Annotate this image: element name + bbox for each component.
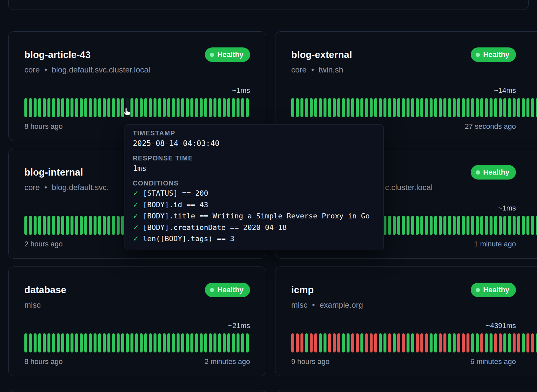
uptime-bar-segment[interactable] <box>24 98 27 117</box>
uptime-bar-segment[interactable] <box>190 333 193 352</box>
uptime-bar-segment[interactable] <box>365 333 368 352</box>
uptime-bar-segment[interactable] <box>98 216 101 235</box>
uptime-bar-segment[interactable] <box>227 98 230 117</box>
uptime-bar-segment[interactable] <box>393 216 396 235</box>
uptime-bar-segment[interactable] <box>480 216 483 235</box>
uptime-bar-segment[interactable] <box>471 98 474 117</box>
uptime-bar-segment[interactable] <box>342 333 345 352</box>
uptime-bar-segment[interactable] <box>370 98 373 117</box>
uptime-bar-segment[interactable] <box>402 216 405 235</box>
uptime-bar-segment[interactable] <box>411 333 414 352</box>
uptime-bar-segment[interactable] <box>112 333 115 352</box>
uptime-bar-segment[interactable] <box>383 98 386 117</box>
uptime-bar-segment[interactable] <box>388 333 391 352</box>
uptime-bar-segment[interactable] <box>466 333 469 352</box>
uptime-bar-segment[interactable] <box>34 98 37 117</box>
uptime-bar-segment[interactable] <box>305 98 308 117</box>
uptime-bar-segment[interactable] <box>24 216 27 235</box>
uptime-bar-segment[interactable] <box>324 98 326 117</box>
uptime-bar-segment[interactable] <box>241 98 244 117</box>
uptime-bar-segment[interactable] <box>347 98 350 117</box>
uptime-bar-segment[interactable] <box>61 333 64 352</box>
uptime-bar-segment[interactable] <box>457 98 460 117</box>
uptime-bar-segment[interactable] <box>29 333 32 352</box>
uptime-bar-segment[interactable] <box>314 333 317 352</box>
uptime-bar-segment[interactable] <box>430 98 433 117</box>
uptime-bar-segment[interactable] <box>430 333 433 352</box>
uptime-bar-segment[interactable] <box>89 98 92 117</box>
uptime-bar-segment[interactable] <box>503 333 506 352</box>
uptime-bar-segment[interactable] <box>24 333 27 352</box>
uptime-bar-segment[interactable] <box>420 333 423 352</box>
uptime-bar-segment[interactable] <box>121 98 124 117</box>
uptime-bar-segment[interactable] <box>443 216 446 235</box>
uptime-bar-segment[interactable] <box>517 333 520 352</box>
uptime-bar-segment[interactable] <box>342 98 345 117</box>
uptime-bar-segment[interactable] <box>158 333 161 352</box>
uptime-bar-segment[interactable] <box>218 333 221 352</box>
uptime-bar-segment[interactable] <box>154 333 156 352</box>
uptime-bar-segment[interactable] <box>167 98 170 117</box>
uptime-bar-segment[interactable] <box>52 98 55 117</box>
uptime-bar-segment[interactable] <box>213 98 216 117</box>
uptime-bar-segment[interactable] <box>319 333 322 352</box>
uptime-bar-segment[interactable] <box>337 98 340 117</box>
uptime-bar-segment[interactable] <box>476 216 479 235</box>
uptime-bar-segment[interactable] <box>416 333 419 352</box>
uptime-bar-segment[interactable] <box>466 216 469 235</box>
uptime-bar-segment[interactable] <box>237 333 240 352</box>
uptime-bar-segment[interactable] <box>177 333 180 352</box>
uptime-bar-segment[interactable] <box>471 216 474 235</box>
uptime-bar-segment[interactable] <box>186 98 189 117</box>
uptime-bar-segment[interactable] <box>328 333 331 352</box>
uptime-bar-segment[interactable] <box>144 98 147 117</box>
uptime-bar-segment[interactable] <box>71 333 73 352</box>
uptime-bar-segment[interactable] <box>388 216 391 235</box>
uptime-bar-segment[interactable] <box>457 216 460 235</box>
uptime-bar-segment[interactable] <box>536 98 537 117</box>
uptime-bar-segment[interactable] <box>43 333 46 352</box>
uptime-bar-segment[interactable] <box>66 98 69 117</box>
uptime-bar-segment[interactable] <box>296 333 299 352</box>
uptime-bar-segment[interactable] <box>383 216 386 235</box>
uptime-bar-segment[interactable] <box>531 333 534 352</box>
uptime-bar-segment[interactable] <box>522 98 525 117</box>
uptime-bar-segment[interactable] <box>117 333 120 352</box>
uptime-bar-segment[interactable] <box>471 333 474 352</box>
uptime-bar-segment[interactable] <box>513 333 516 352</box>
uptime-bar-segment[interactable] <box>117 98 120 117</box>
uptime-bar-segment[interactable] <box>397 216 400 235</box>
uptime-bar-segment[interactable] <box>213 333 216 352</box>
uptime-bar-segment[interactable] <box>439 98 442 117</box>
uptime-bar-segment[interactable] <box>517 216 520 235</box>
uptime-bar-segment[interactable] <box>333 98 336 117</box>
uptime-bar-segment[interactable] <box>204 98 207 117</box>
uptime-bar-segment[interactable] <box>526 98 529 117</box>
uptime-bar-segment[interactable] <box>186 333 189 352</box>
uptime-bar-segment[interactable] <box>300 333 303 352</box>
uptime-bar-segment[interactable] <box>75 216 78 235</box>
uptime-bar-segment[interactable] <box>43 216 46 235</box>
uptime-bar-segment[interactable] <box>443 333 446 352</box>
uptime-bar-segment[interactable] <box>314 98 317 117</box>
uptime-bar-segment[interactable] <box>443 98 446 117</box>
uptime-bar-segment[interactable] <box>181 333 184 352</box>
uptime-bar-segment[interactable] <box>374 98 377 117</box>
uptime-bar-segment[interactable] <box>107 98 110 117</box>
uptime-bar-segment[interactable] <box>360 333 363 352</box>
uptime-bar-segment[interactable] <box>434 216 437 235</box>
uptime-bar-segment[interactable] <box>89 333 92 352</box>
uptime-bar-segment[interactable] <box>84 216 87 235</box>
uptime-bar-segment[interactable] <box>209 98 212 117</box>
uptime-bar-segment[interactable] <box>476 333 479 352</box>
uptime-bar-segment[interactable] <box>112 98 115 117</box>
uptime-bar-segment[interactable] <box>246 333 249 352</box>
uptime-bar-segment[interactable] <box>163 333 166 352</box>
uptime-bar-segment[interactable] <box>411 216 414 235</box>
uptime-bar-segment[interactable] <box>531 216 534 235</box>
uptime-bar-segment[interactable] <box>513 216 516 235</box>
uptime-bar-segment[interactable] <box>130 333 133 352</box>
uptime-bar-segment[interactable] <box>135 98 138 117</box>
uptime-bar-segment[interactable] <box>144 333 147 352</box>
uptime-bar-segment[interactable] <box>420 98 423 117</box>
